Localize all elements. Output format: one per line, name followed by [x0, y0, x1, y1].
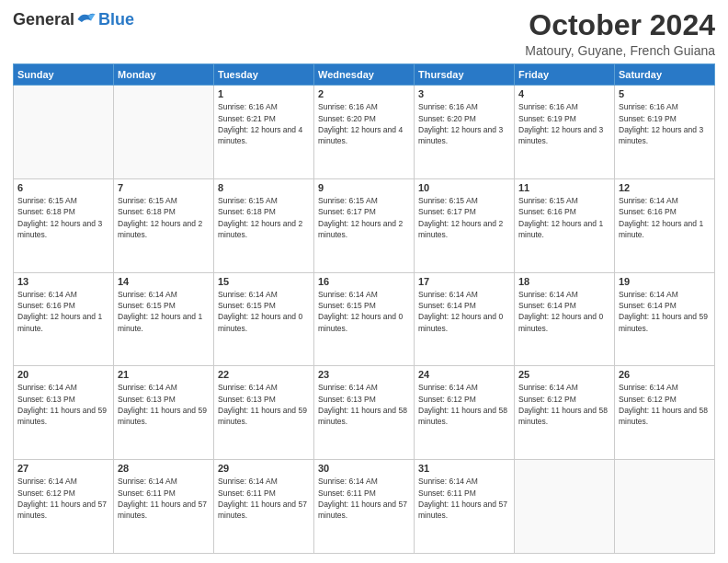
- day-info: Sunrise: 6:15 AM Sunset: 6:17 PM Dayligh…: [418, 195, 510, 240]
- day-info: Sunrise: 6:14 AM Sunset: 6:13 PM Dayligh…: [118, 382, 210, 427]
- calendar-cell: 26Sunrise: 6:14 AM Sunset: 6:12 PM Dayli…: [615, 366, 715, 460]
- calendar-cell: 19Sunrise: 6:14 AM Sunset: 6:14 PM Dayli…: [615, 272, 715, 366]
- calendar-cell: 15Sunrise: 6:14 AM Sunset: 6:15 PM Dayli…: [214, 272, 314, 366]
- calendar-cell: 1Sunrise: 6:16 AM Sunset: 6:21 PM Daylig…: [214, 86, 314, 179]
- day-number: 20: [17, 369, 109, 380]
- calendar-cell: [515, 460, 615, 554]
- logo-blue-text: Blue: [98, 10, 134, 29]
- calendar-cell: [114, 86, 214, 179]
- day-info: Sunrise: 6:14 AM Sunset: 6:13 PM Dayligh…: [318, 382, 410, 427]
- day-info: Sunrise: 6:14 AM Sunset: 6:12 PM Dayligh…: [418, 382, 510, 427]
- day-info: Sunrise: 6:14 AM Sunset: 6:14 PM Dayligh…: [418, 289, 510, 334]
- calendar-cell: 23Sunrise: 6:14 AM Sunset: 6:13 PM Dayli…: [314, 366, 415, 460]
- day-info: Sunrise: 6:14 AM Sunset: 6:11 PM Dayligh…: [318, 476, 410, 521]
- calendar-cell: 31Sunrise: 6:14 AM Sunset: 6:11 PM Dayli…: [415, 460, 515, 554]
- day-number: 27: [17, 463, 109, 474]
- day-info: Sunrise: 6:14 AM Sunset: 6:13 PM Dayligh…: [17, 382, 109, 427]
- day-info: Sunrise: 6:16 AM Sunset: 6:19 PM Dayligh…: [518, 101, 610, 146]
- day-number: 7: [118, 182, 210, 193]
- day-info: Sunrise: 6:14 AM Sunset: 6:16 PM Dayligh…: [17, 289, 109, 334]
- day-number: 11: [518, 182, 610, 193]
- calendar-cell: 11Sunrise: 6:15 AM Sunset: 6:16 PM Dayli…: [515, 178, 615, 272]
- calendar-cell: 13Sunrise: 6:14 AM Sunset: 6:16 PM Dayli…: [14, 272, 114, 366]
- calendar-cell: 10Sunrise: 6:15 AM Sunset: 6:17 PM Dayli…: [415, 178, 515, 272]
- week-row-4: 20Sunrise: 6:14 AM Sunset: 6:13 PM Dayli…: [14, 366, 715, 460]
- day-info: Sunrise: 6:15 AM Sunset: 6:18 PM Dayligh…: [118, 195, 210, 240]
- day-number: 18: [518, 276, 610, 287]
- calendar-cell: 3Sunrise: 6:16 AM Sunset: 6:20 PM Daylig…: [415, 86, 515, 179]
- weekday-header-wednesday: Wednesday: [314, 64, 415, 86]
- day-info: Sunrise: 6:15 AM Sunset: 6:18 PM Dayligh…: [218, 195, 310, 240]
- day-number: 2: [318, 88, 410, 99]
- calendar-cell: 14Sunrise: 6:14 AM Sunset: 6:15 PM Dayli…: [114, 272, 214, 366]
- page: General Blue October 2024 Matoury, Guyan…: [0, 0, 728, 563]
- day-info: Sunrise: 6:14 AM Sunset: 6:15 PM Dayligh…: [118, 289, 210, 334]
- calendar-cell: 16Sunrise: 6:14 AM Sunset: 6:15 PM Dayli…: [314, 272, 415, 366]
- day-number: 21: [118, 369, 210, 380]
- day-info: Sunrise: 6:16 AM Sunset: 6:20 PM Dayligh…: [318, 101, 410, 146]
- calendar-cell: 2Sunrise: 6:16 AM Sunset: 6:20 PM Daylig…: [314, 86, 415, 179]
- day-number: 16: [318, 276, 410, 287]
- day-info: Sunrise: 6:16 AM Sunset: 6:20 PM Dayligh…: [418, 101, 510, 146]
- day-info: Sunrise: 6:14 AM Sunset: 6:12 PM Dayligh…: [518, 382, 610, 427]
- title-block: October 2024 Matoury, Guyane, French Gui…: [525, 9, 715, 58]
- month-title: October 2024: [525, 9, 715, 41]
- day-info: Sunrise: 6:14 AM Sunset: 6:14 PM Dayligh…: [518, 289, 610, 334]
- calendar-cell: 22Sunrise: 6:14 AM Sunset: 6:13 PM Dayli…: [214, 366, 314, 460]
- calendar-cell: 28Sunrise: 6:14 AM Sunset: 6:11 PM Dayli…: [114, 460, 214, 554]
- day-number: 9: [318, 182, 410, 193]
- day-info: Sunrise: 6:14 AM Sunset: 6:11 PM Dayligh…: [418, 476, 510, 521]
- day-number: 13: [17, 276, 109, 287]
- calendar-cell: 9Sunrise: 6:15 AM Sunset: 6:17 PM Daylig…: [314, 178, 415, 272]
- weekday-header-monday: Monday: [114, 64, 214, 86]
- logo-bird-icon: [76, 9, 97, 29]
- logo: General Blue: [13, 9, 134, 29]
- calendar-cell: 21Sunrise: 6:14 AM Sunset: 6:13 PM Dayli…: [114, 366, 214, 460]
- calendar-cell: [615, 460, 715, 554]
- calendar-cell: 6Sunrise: 6:15 AM Sunset: 6:18 PM Daylig…: [14, 178, 114, 272]
- day-info: Sunrise: 6:14 AM Sunset: 6:12 PM Dayligh…: [17, 476, 109, 521]
- weekday-header-friday: Friday: [515, 64, 615, 86]
- week-row-3: 13Sunrise: 6:14 AM Sunset: 6:16 PM Dayli…: [14, 272, 715, 366]
- day-info: Sunrise: 6:14 AM Sunset: 6:11 PM Dayligh…: [218, 476, 310, 521]
- day-number: 30: [318, 463, 410, 474]
- week-row-1: 1Sunrise: 6:16 AM Sunset: 6:21 PM Daylig…: [14, 86, 715, 179]
- day-info: Sunrise: 6:14 AM Sunset: 6:12 PM Dayligh…: [619, 382, 711, 427]
- day-info: Sunrise: 6:14 AM Sunset: 6:16 PM Dayligh…: [619, 195, 711, 240]
- calendar-cell: 7Sunrise: 6:15 AM Sunset: 6:18 PM Daylig…: [114, 178, 214, 272]
- calendar-cell: 17Sunrise: 6:14 AM Sunset: 6:14 PM Dayli…: [415, 272, 515, 366]
- day-number: 8: [218, 182, 310, 193]
- weekday-header-row: SundayMondayTuesdayWednesdayThursdayFrid…: [14, 64, 715, 86]
- day-number: 14: [118, 276, 210, 287]
- day-number: 4: [518, 88, 610, 99]
- week-row-2: 6Sunrise: 6:15 AM Sunset: 6:18 PM Daylig…: [14, 178, 715, 272]
- day-number: 24: [418, 369, 510, 380]
- calendar-cell: [14, 86, 114, 179]
- calendar-cell: 24Sunrise: 6:14 AM Sunset: 6:12 PM Dayli…: [415, 366, 515, 460]
- day-info: Sunrise: 6:14 AM Sunset: 6:15 PM Dayligh…: [218, 289, 310, 334]
- logo-general-text: General: [13, 10, 74, 29]
- day-number: 19: [619, 276, 711, 287]
- day-number: 12: [619, 182, 711, 193]
- location: Matoury, Guyane, French Guiana: [525, 43, 715, 58]
- day-number: 26: [619, 369, 711, 380]
- day-info: Sunrise: 6:14 AM Sunset: 6:15 PM Dayligh…: [318, 289, 410, 334]
- day-number: 23: [318, 369, 410, 380]
- day-info: Sunrise: 6:15 AM Sunset: 6:16 PM Dayligh…: [518, 195, 610, 240]
- day-info: Sunrise: 6:14 AM Sunset: 6:13 PM Dayligh…: [218, 382, 310, 427]
- day-number: 1: [218, 88, 310, 99]
- weekday-header-saturday: Saturday: [615, 64, 715, 86]
- weekday-header-sunday: Sunday: [14, 64, 114, 86]
- calendar-cell: 12Sunrise: 6:14 AM Sunset: 6:16 PM Dayli…: [615, 178, 715, 272]
- day-number: 5: [619, 88, 711, 99]
- day-number: 22: [218, 369, 310, 380]
- day-number: 3: [418, 88, 510, 99]
- header: General Blue October 2024 Matoury, Guyan…: [13, 9, 715, 58]
- day-info: Sunrise: 6:16 AM Sunset: 6:21 PM Dayligh…: [218, 101, 310, 146]
- day-info: Sunrise: 6:14 AM Sunset: 6:11 PM Dayligh…: [118, 476, 210, 521]
- calendar-cell: 18Sunrise: 6:14 AM Sunset: 6:14 PM Dayli…: [515, 272, 615, 366]
- day-number: 28: [118, 463, 210, 474]
- week-row-5: 27Sunrise: 6:14 AM Sunset: 6:12 PM Dayli…: [14, 460, 715, 554]
- weekday-header-tuesday: Tuesday: [214, 64, 314, 86]
- calendar-cell: 29Sunrise: 6:14 AM Sunset: 6:11 PM Dayli…: [214, 460, 314, 554]
